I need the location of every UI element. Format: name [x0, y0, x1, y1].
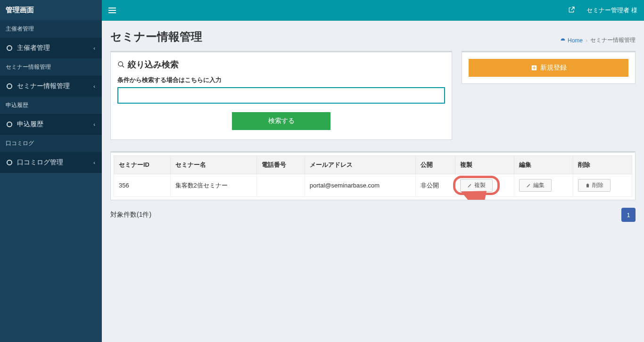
sidebar-item-review[interactable]: 口コミログ管理 ‹ — [0, 152, 102, 173]
edit-button[interactable]: 編集 — [519, 179, 552, 192]
delete-button[interactable]: 削除 — [578, 179, 611, 192]
result-count: 対象件数(1件) — [110, 211, 151, 219]
cell-email: portal@seminarbase.com — [305, 174, 415, 197]
cell-id: 356 — [114, 174, 171, 197]
sidebar-brand: 管理画面 — [0, 0, 102, 20]
sidebar-group-header-seminar: セミナー情報管理 — [0, 58, 102, 76]
menu-toggle-icon[interactable] — [108, 8, 116, 13]
search-icon — [117, 61, 125, 68]
th-del: 削除 — [573, 156, 632, 174]
user-label[interactable]: セミナー管理者 様 — [586, 6, 637, 15]
page-title: セミナー情報管理 — [110, 29, 202, 44]
breadcrumb-separator: › — [586, 37, 587, 44]
table-row: 356 集客数2倍セミナー portal@seminarbase.com 非公開… — [114, 174, 632, 197]
circle-icon — [7, 83, 12, 89]
chevron-left-icon: ‹ — [93, 45, 95, 51]
breadcrumb: Home › セミナー情報管理 — [560, 36, 636, 44]
search-button[interactable]: 検索する — [232, 112, 330, 130]
pencil-icon — [467, 183, 472, 188]
th-email: メールアドレス — [305, 156, 415, 174]
th-name: セミナー名 — [170, 156, 257, 174]
sidebar-item-application[interactable]: 申込履歴 ‹ — [0, 114, 102, 135]
breadcrumb-current: セミナー情報管理 — [590, 36, 636, 44]
sidebar: 管理画面 主催者管理 主催者管理 ‹ セミナー情報管理 セミナー情報管理 ‹ 申… — [0, 0, 102, 342]
new-register-button[interactable]: 新規登録 — [469, 59, 628, 77]
chevron-left-icon: ‹ — [93, 83, 95, 89]
chevron-left-icon: ‹ — [93, 160, 95, 165]
sidebar-item-label: 申込履歴 — [17, 120, 43, 129]
topbar: セミナー管理者 様 — [102, 0, 644, 21]
sidebar-item-organizers[interactable]: 主催者管理 ‹ — [0, 38, 102, 58]
search-panel-title: 絞り込み検索 — [117, 59, 445, 70]
trash-icon — [585, 183, 590, 188]
sidebar-item-label: 主催者管理 — [17, 44, 50, 52]
th-copy: 複製 — [455, 156, 514, 174]
plus-square-icon — [531, 65, 537, 71]
th-public: 公開 — [416, 156, 455, 174]
svg-point-0 — [118, 62, 123, 66]
sidebar-group-header-review: 口コミログ — [0, 135, 102, 152]
sidebar-group-header-organizers: 主催者管理 — [0, 20, 102, 38]
svg-rect-4 — [532, 67, 536, 68]
breadcrumb-home[interactable]: Home — [560, 37, 583, 44]
results-table: セミナーID セミナー名 電話番号 メールアドレス 公開 複製 編集 削除 35… — [110, 151, 636, 200]
pagination: 1 — [621, 208, 636, 222]
external-link-icon[interactable] — [568, 6, 575, 15]
th-phone: 電話番号 — [257, 156, 305, 174]
sidebar-group-header-application: 申込履歴 — [0, 97, 102, 114]
svg-line-1 — [122, 65, 124, 67]
search-panel: 絞り込み検索 条件から検索する場合はこちらに入力 検索する — [110, 51, 452, 140]
circle-icon — [7, 45, 12, 51]
th-edit: 編集 — [514, 156, 573, 174]
chevron-left-icon: ‹ — [93, 122, 95, 127]
search-input[interactable] — [117, 87, 445, 104]
sidebar-item-label: 口コミログ管理 — [17, 158, 63, 167]
page-button[interactable]: 1 — [621, 208, 636, 222]
cell-phone — [257, 174, 305, 197]
cell-name: 集客数2倍セミナー — [170, 174, 257, 197]
circle-icon — [7, 160, 12, 165]
cell-public: 非公開 — [416, 174, 455, 197]
copy-button[interactable]: 複製 — [460, 179, 493, 192]
actions-panel: 新規登録 — [462, 51, 636, 84]
dashboard-icon — [560, 38, 566, 43]
th-id: セミナーID — [114, 156, 171, 174]
pencil-icon — [526, 183, 531, 188]
sidebar-item-seminar[interactable]: セミナー情報管理 ‹ — [0, 76, 102, 97]
sidebar-item-label: セミナー情報管理 — [17, 82, 70, 90]
circle-icon — [7, 122, 12, 127]
search-label: 条件から検索する場合はこちらに入力 — [117, 76, 445, 84]
